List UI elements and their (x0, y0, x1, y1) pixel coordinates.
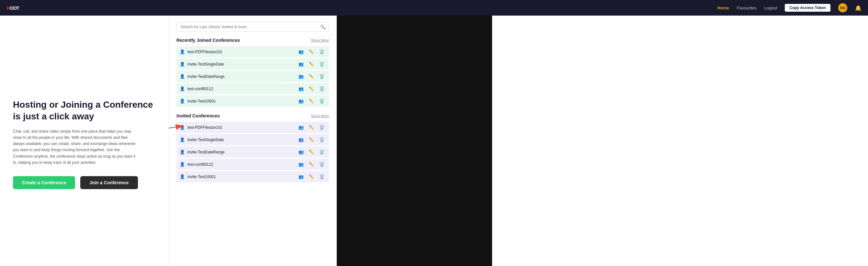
edit-button[interactable]: ✏️ (308, 149, 315, 155)
create-conference-button[interactable]: Create a Conference (13, 176, 75, 189)
edit-button[interactable]: ✏️ (308, 49, 315, 55)
search-icon: 🔍 (320, 24, 326, 29)
delete-button[interactable]: 🗑️ (318, 49, 326, 55)
conference-actions: 👥 ✏️ 🗑️ (297, 98, 326, 104)
conference-name: invite-Test10001 (187, 99, 294, 104)
user-icon: 👤 (180, 49, 185, 54)
conference-name: test-PDFFilesize101 (187, 125, 294, 130)
edit-button[interactable]: ✏️ (308, 161, 315, 167)
content-row: Hosting or Joining a Conference is just … (0, 16, 868, 266)
conference-name: test-conf90112 (187, 87, 294, 91)
user-icon: 👤 (180, 62, 185, 66)
user-icon: 👤 (180, 162, 185, 167)
cta-buttons: Create a Conference Join a Conference (13, 176, 155, 189)
delete-button[interactable]: 🗑️ (318, 124, 326, 130)
edit-button[interactable]: ✏️ (308, 174, 315, 180)
conference-name: invite-TestDateRange (187, 74, 294, 79)
invited-title: Invited Conferences (177, 113, 220, 118)
user-icon: 👤 (180, 99, 185, 104)
edit-button[interactable]: ✏️ (308, 86, 315, 92)
conference-actions: 👥 ✏️ 🗑️ (297, 73, 326, 79)
conference-actions: 👥 ✏️ 🗑️ (297, 161, 326, 167)
conference-actions: 👥 ✏️ 🗑️ (297, 174, 326, 180)
delete-button[interactable]: 🗑️ (318, 86, 326, 92)
brand-logo-svg: H O O T (6, 3, 20, 12)
search-input[interactable] (177, 22, 329, 32)
hero-title: Hosting or Joining a Conference is just … (13, 99, 155, 123)
conference-name: invite-TestSingleDate (187, 62, 294, 66)
user-avatar[interactable]: GU (838, 3, 847, 12)
table-row: 👤 test-PDFFilesize101 👥 ✏️ 🗑️ (177, 122, 329, 133)
copy-access-token-button[interactable]: Copy Access Token (785, 4, 831, 12)
delete-button[interactable]: 🗑️ (318, 161, 326, 167)
table-row: 👤 invite-TestDateRange 👥 ✏️ 🗑️ (177, 146, 329, 158)
delete-button[interactable]: 🗑️ (318, 98, 326, 104)
add-user-button[interactable]: 👥 (297, 86, 305, 92)
svg-text:T: T (17, 5, 20, 11)
table-row: 👤 test-conf90112 👥 ✏️ 🗑️ (177, 83, 329, 95)
navbar-links: Home Favourites Logout Copy Access Token… (717, 3, 862, 12)
conference-name: test-PDFFilesize101 (187, 50, 294, 54)
conference-name: invite-TestSingleDate (187, 137, 294, 142)
table-row: 👤 invite-Test10001 👥 ✏️ 🗑️ (177, 171, 329, 182)
add-user-button[interactable]: 👥 (297, 73, 305, 79)
recently-joined-show-more[interactable]: Show More (311, 38, 329, 42)
delete-button[interactable]: 🗑️ (318, 73, 326, 79)
table-row: 👤 invite-TestSingleDate 👥 ✏️ 🗑️ (177, 58, 329, 70)
notification-bell-icon[interactable]: 🔔 (855, 5, 862, 11)
edit-button[interactable]: ✏️ (308, 61, 315, 67)
table-row: 👤 test-conf90112 👥 ✏️ 🗑️ (177, 159, 329, 170)
nav-logout[interactable]: Logout (765, 5, 777, 10)
table-row: 👤 invite-TestSingleDate 👥 ✏️ 🗑️ (177, 134, 329, 145)
conference-actions: 👥 ✏️ 🗑️ (297, 149, 326, 155)
add-user-button[interactable]: 👥 (297, 174, 305, 180)
conference-actions: 👥 ✏️ 🗑️ (297, 49, 326, 55)
user-icon: 👤 (180, 125, 185, 130)
add-user-button[interactable]: 👥 (297, 137, 305, 143)
edit-button[interactable]: ✏️ (308, 98, 315, 104)
search-container: 🔍 (177, 22, 329, 32)
recently-joined-title: Recently Joined Conferences (177, 37, 240, 43)
delete-button[interactable]: 🗑️ (318, 137, 326, 143)
invited-show-more[interactable]: Show More (311, 114, 329, 118)
edit-button[interactable]: ✏️ (308, 124, 315, 130)
conference-actions: 👥 ✏️ 🗑️ (297, 124, 326, 130)
invited-list: 👤 test-PDFFilesize101 👥 ✏️ 🗑️ 👤 invite-T… (177, 122, 329, 182)
conference-name: invite-TestDateRange (187, 150, 294, 154)
user-icon: 👤 (180, 174, 185, 179)
right-panel: 🔍 Recently Joined Conferences Show More … (168, 16, 337, 266)
add-user-button[interactable]: 👥 (297, 149, 305, 155)
invited-header: Invited Conferences Show More (177, 113, 329, 118)
add-user-button[interactable]: 👥 (297, 49, 305, 55)
navbar: H O O T Home Favourites Logout Copy Acce… (0, 0, 868, 16)
conference-actions: 👥 ✏️ 🗑️ (297, 137, 326, 143)
add-user-button[interactable]: 👥 (297, 124, 305, 130)
delete-button[interactable]: 🗑️ (318, 61, 326, 67)
table-row: 👤 invite-Test10001 👥 ✏️ 🗑️ (177, 96, 329, 107)
add-user-button[interactable]: 👥 (297, 161, 305, 167)
user-icon: 👤 (180, 86, 185, 91)
add-user-button[interactable]: 👥 (297, 61, 305, 67)
recently-joined-list: 👤 test-PDFFilesize101 👥 ✏️ 🗑️ 👤 invite-T… (177, 46, 329, 107)
delete-button[interactable]: 🗑️ (318, 149, 326, 155)
edit-button[interactable]: ✏️ (308, 137, 315, 143)
join-conference-button[interactable]: Join a Conference (80, 176, 137, 189)
recently-joined-header: Recently Joined Conferences Show More (177, 37, 329, 43)
conference-name: test-conf90112 (187, 162, 294, 167)
nav-home[interactable]: Home (717, 5, 729, 10)
search-button[interactable]: 🔍 (320, 24, 326, 29)
conference-actions: 👥 ✏️ 🗑️ (297, 61, 326, 67)
table-row: 👤 test-PDFFilesize101 👥 ✏️ 🗑️ (177, 46, 329, 57)
user-icon: 👤 (180, 150, 185, 154)
user-icon: 👤 (180, 74, 185, 79)
dark-side-panel (337, 16, 492, 266)
table-row: 👤 invite-TestDateRange 👥 ✏️ 🗑️ (177, 71, 329, 82)
hero-description: Chat, call, and share video simply from … (13, 129, 136, 166)
brand-logo-container: H O O T (6, 3, 20, 12)
conference-name: invite-Test10001 (187, 175, 294, 179)
nav-favourites[interactable]: Favourites (737, 5, 756, 10)
edit-button[interactable]: ✏️ (308, 73, 315, 79)
delete-button[interactable]: 🗑️ (318, 174, 326, 180)
conference-actions: 👥 ✏️ 🗑️ (297, 86, 326, 92)
add-user-button[interactable]: 👥 (297, 98, 305, 104)
